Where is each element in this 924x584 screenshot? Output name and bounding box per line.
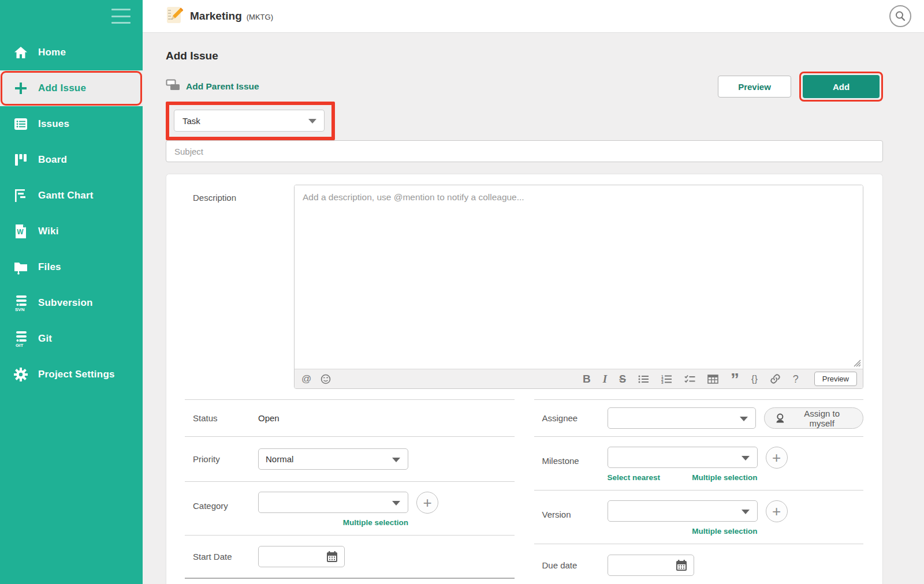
- numbered-list-icon[interactable]: 1 2 3: [661, 375, 672, 384]
- italic-icon[interactable]: I: [603, 373, 607, 384]
- help-icon[interactable]: ?: [793, 374, 799, 384]
- status-row: Status Open: [185, 399, 515, 436]
- priority-dropdown[interactable]: Normal: [258, 448, 408, 470]
- milestone-select-nearest-link[interactable]: Select nearest: [608, 473, 661, 482]
- search-icon: [893, 9, 907, 23]
- hamburger-menu-icon[interactable]: [111, 9, 131, 24]
- svg-text:3: 3: [661, 380, 664, 384]
- milestone-multiple-selection-link[interactable]: Multiple selection: [692, 473, 757, 482]
- project-header: Marketing (MKTG): [143, 0, 924, 33]
- version-dropdown[interactable]: [608, 500, 758, 522]
- issue-type-value: Task: [182, 116, 200, 126]
- version-multiple-selection-link[interactable]: Multiple selection: [692, 527, 757, 536]
- form-right-column: Assignee Assign to myself: [534, 399, 864, 584]
- chevron-down-icon: [740, 417, 748, 421]
- sidebar-item-home[interactable]: Home: [0, 35, 143, 70]
- chevron-down-icon: [308, 119, 316, 123]
- preview-button[interactable]: Preview: [718, 76, 791, 98]
- version-label: Version: [534, 500, 608, 519]
- status-label: Status: [185, 413, 258, 423]
- sidebar-item-add-issue[interactable]: Add Issue: [0, 70, 143, 106]
- person-icon: [774, 413, 786, 424]
- sidebar-item-wiki[interactable]: W Wiki: [0, 214, 143, 249]
- home-icon: [12, 45, 30, 60]
- milestone-row: Milestone + Select nearest Multiple sele…: [534, 436, 864, 490]
- category-multiple-selection-link[interactable]: Multiple selection: [343, 518, 408, 527]
- sidebar-item-issues[interactable]: Issues: [0, 106, 143, 142]
- sidebar-item-label: Issues: [38, 118, 69, 130]
- link-icon[interactable]: [770, 373, 781, 384]
- sidebar-item-label: Git: [38, 333, 52, 345]
- chevron-down-icon: [392, 501, 400, 506]
- add-version-button[interactable]: +: [766, 500, 788, 522]
- files-icon: [12, 260, 30, 275]
- calendar-icon: [326, 551, 338, 563]
- add-button[interactable]: Add: [803, 75, 880, 98]
- table-icon[interactable]: [707, 375, 718, 384]
- form-grid: Status Open Priority Normal C: [185, 399, 863, 584]
- actions-row: Add Parent Issue Preview Add: [166, 72, 883, 102]
- quote-icon[interactable]: ”: [731, 375, 739, 383]
- category-label: Category: [185, 492, 258, 511]
- page-title: Add Issue: [166, 50, 883, 62]
- editor-toolbar: @ B I: [295, 369, 863, 388]
- calendar-icon: [675, 559, 688, 572]
- sidebar-item-gantt-chart[interactable]: Gantt Chart: [0, 178, 143, 214]
- sidebar-nav: Home Add Issue Issues: [0, 35, 143, 392]
- category-dropdown[interactable]: [258, 492, 408, 513]
- bullet-list-icon[interactable]: [638, 375, 649, 384]
- sidebar-item-subversion[interactable]: SVN Subversion: [0, 285, 143, 321]
- row-divider: [185, 578, 515, 579]
- assign-to-myself-label: Assign to myself: [791, 409, 853, 428]
- add-category-button[interactable]: +: [416, 492, 438, 514]
- due-date-label: Due date: [534, 560, 608, 570]
- main-area: Marketing (MKTG) Add Issue Add Parent Is…: [143, 0, 924, 584]
- milestone-dropdown[interactable]: [608, 447, 758, 468]
- sidebar-item-git[interactable]: GIT Git: [0, 321, 143, 357]
- assign-to-myself-button[interactable]: Assign to myself: [764, 407, 863, 429]
- add-parent-issue-label: Add Parent Issue: [186, 81, 259, 92]
- description-label: Description: [185, 185, 294, 389]
- priority-label: Priority: [185, 454, 258, 464]
- issue-form-panel: Description @: [166, 174, 883, 584]
- sidebar-item-label: Add Issue: [38, 83, 86, 94]
- form-left-column: Status Open Priority Normal C: [185, 399, 515, 584]
- board-icon: [12, 153, 30, 167]
- due-date-input[interactable]: [608, 555, 694, 576]
- sidebar-item-label: Files: [38, 261, 61, 273]
- project-icon: [165, 5, 183, 27]
- resize-handle-icon[interactable]: [853, 359, 861, 367]
- emoji-icon[interactable]: [321, 374, 331, 384]
- assignee-label: Assignee: [534, 413, 608, 423]
- chevron-down-icon: [392, 458, 400, 462]
- sidebar-item-project-settings[interactable]: Project Settings: [0, 357, 143, 392]
- issue-type-dropdown[interactable]: Task: [174, 110, 325, 132]
- check-list-icon[interactable]: [684, 375, 695, 384]
- due-date-row: Due date: [534, 544, 864, 584]
- search-button[interactable]: [889, 5, 911, 27]
- sidebar-item-label: Wiki: [38, 226, 59, 237]
- start-date-label: Start Date: [185, 552, 258, 561]
- code-braces-icon[interactable]: {}: [751, 375, 758, 384]
- add-parent-issue-link[interactable]: Add Parent Issue: [166, 79, 259, 94]
- start-date-input[interactable]: [258, 546, 345, 567]
- annotation-add-button-box: Add: [799, 72, 883, 102]
- sidebar-item-board[interactable]: Board: [0, 142, 143, 178]
- issues-icon: [12, 117, 30, 132]
- description-textarea[interactable]: [295, 185, 863, 369]
- priority-value: Normal: [266, 454, 293, 464]
- add-milestone-button[interactable]: +: [766, 447, 788, 469]
- sidebar-item-label: Gantt Chart: [38, 190, 94, 201]
- git-icon: GIT: [12, 330, 30, 347]
- assignee-dropdown[interactable]: [608, 407, 756, 429]
- sidebar-item-label: Project Settings: [38, 369, 115, 380]
- subject-input[interactable]: [166, 140, 883, 162]
- editor-preview-button[interactable]: Preview: [814, 372, 857, 386]
- strikethrough-icon[interactable]: S: [619, 374, 626, 384]
- category-row: Category + Multiple selection: [185, 481, 515, 535]
- git-badge: GIT: [16, 343, 23, 347]
- gantt-chart-icon: [12, 188, 30, 203]
- bold-icon[interactable]: B: [583, 373, 591, 384]
- sidebar-item-files[interactable]: Files: [0, 249, 143, 285]
- mention-icon[interactable]: @: [301, 374, 311, 384]
